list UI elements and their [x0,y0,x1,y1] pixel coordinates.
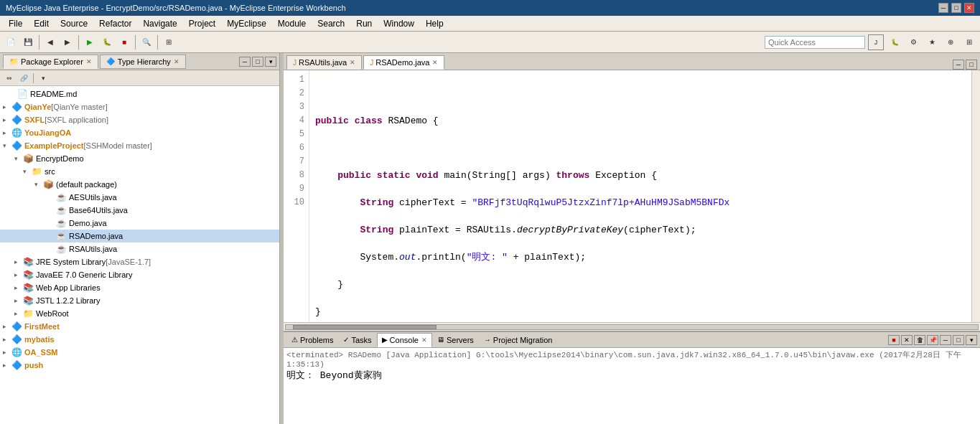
menu-run[interactable]: Run [350,17,378,30]
menu-navigate[interactable]: Navigate [137,17,182,30]
tab-package-explorer[interactable]: 📁 Package Explorer ✕ [3,55,98,69]
tab-type-hierarchy[interactable]: 🔷 Type Hierarchy ✕ [100,55,186,69]
menu-window[interactable]: Window [378,17,420,30]
toolbar-back-btn[interactable]: ◀ [42,34,58,50]
collapse-all-btn[interactable]: ⇔ [3,72,16,85]
console-clear-btn[interactable]: 🗑 [914,335,925,345]
tab-project-migration[interactable]: → Project Migration [479,333,558,347]
maximize-button[interactable]: □ [951,3,961,13]
line-num-1: 1 [289,73,304,87]
console-terminate-btn[interactable]: ✕ [901,335,913,345]
tree-item-src[interactable]: ▾ 📁 src [0,165,279,178]
menu-help[interactable]: Help [420,17,449,30]
tree-item-oassm[interactable]: ▸ 🌐 OA_SSM [0,346,279,359]
tree-item-encryptdemo[interactable]: ▾ 📦 EncryptDemo [0,152,279,165]
tree-item-base64utils[interactable]: ☕ Base64Utils.java [0,204,279,217]
tree-item-readme[interactable]: 📄 README.md [0,88,279,100]
toolbar-icon-1[interactable]: ⚙ [905,34,921,50]
tab-tasks[interactable]: ✓ Tasks [338,333,376,347]
toolbar-fwd-btn[interactable]: ▶ [60,34,75,50]
menu-search[interactable]: Search [312,17,350,30]
package-explorer-tree: 📄 README.md ▸ 🔷 QianYe [QianYe master] ▸… [0,86,279,424]
tree-item-qianye[interactable]: ▸ 🔷 QianYe [QianYe master] [0,100,279,113]
menu-myeclipse[interactable]: MyEclipse [221,17,272,30]
tree-item-rsademo[interactable]: ☕ RSADemo.java [0,230,279,242]
hscroll-track[interactable] [285,324,979,330]
tree-item-jstl[interactable]: ▸ 📚 JSTL 1.2.2 Library [0,294,279,307]
menu-module[interactable]: Module [272,17,312,30]
tree-item-sxfl[interactable]: ▸ 🔷 SXFL [SXFL application] [0,113,279,126]
toolbar-perspective-debug-btn[interactable]: 🐛 [887,34,902,50]
toolbar-icon-4[interactable]: ⊞ [961,34,977,50]
menu-project[interactable]: Project [183,17,221,30]
project-icon: 🔷 [11,115,22,125]
tab-package-explorer-label: Package Explorer [21,57,83,66]
hscroll-thumb[interactable] [293,325,437,329]
tree-item-rsautils[interactable]: ☕ RSAUtils.java [0,242,279,255]
java-file-icon: ☕ [56,231,67,241]
editor-minimize-btn[interactable]: ─ [953,60,964,70]
toolbar-new-btn[interactable]: 📄 [3,34,19,50]
toolbar-icon-3[interactable]: ⊕ [943,34,958,50]
left-panel-maximize-btn[interactable]: □ [252,57,263,67]
tab-rsautils-close[interactable]: ✕ [350,59,355,66]
tree-label: ExampleProject [24,141,84,150]
tree-item-mybatis[interactable]: ▸ 🔷 mybatis [0,333,279,346]
tab-rsautils[interactable]: J RSAUtils.java ✕ [286,55,362,70]
toolbar-save-btn[interactable]: 💾 [20,34,36,50]
tree-item-default-package[interactable]: ▾ 📦 (default package) [0,178,279,191]
toolbar-debug-btn[interactable]: 🐛 [99,34,115,50]
console-maximize-btn[interactable]: □ [953,335,964,345]
toolbar-stop-btn[interactable]: ■ [116,34,132,50]
menu-file[interactable]: File [3,17,28,30]
tab-console-close[interactable]: ✕ [421,336,427,344]
toolbar-open-persp-btn[interactable]: ⊞ [161,34,177,50]
tab-console[interactable]: ▶ Console ✕ [377,333,432,347]
panel-view-menu-btn[interactable]: ▾ [37,72,50,85]
tree-item-javaee[interactable]: ▸ 📚 JavaEE 7.0 Generic Library [0,268,279,281]
window-controls[interactable]: ─ □ ✕ [938,3,974,13]
quick-access-input[interactable] [765,36,865,49]
editor-horizontal-scrollbar[interactable] [284,322,980,331]
tree-item-jre[interactable]: ▸ 📚 JRE System Library [JavaSE-1.7] [0,255,279,268]
console-minimize-btn[interactable]: ─ [940,335,951,345]
console-viewmenu-btn[interactable]: ▾ [966,335,977,345]
code-editor[interactable]: 1 2 3 4 5 6 7 8 9 10 public class RSADem… [284,70,980,322]
console-pin-btn[interactable]: 📌 [927,335,938,345]
toolbar-search-btn[interactable]: 🔍 [139,34,154,50]
tree-item-aesutils[interactable]: ☕ AESUtils.java [0,191,279,204]
package-icon: 📦 [43,179,54,189]
toolbar-perspective-java-btn[interactable]: J [868,34,884,50]
tree-item-youjiang[interactable]: ▸ 🌐 YouJiangOA [0,126,279,139]
menu-refactor[interactable]: Refactor [93,17,137,30]
tab-servers[interactable]: 🖥 Servers [432,333,479,347]
editor-maximize-btn[interactable]: □ [966,60,977,70]
tree-label: WebRoot [36,309,69,318]
tab-type-hierarchy-close[interactable]: ✕ [174,58,179,65]
tasks-icon: ✓ [343,336,349,344]
close-button[interactable]: ✕ [964,3,974,13]
tree-item-demo[interactable]: ☕ Demo.java [0,217,279,230]
tab-problems[interactable]: ⚠ Problems [286,333,338,347]
left-panel-minimize-btn[interactable]: ─ [239,57,251,67]
link-editor-btn[interactable]: 🔗 [17,72,30,85]
tree-item-webapplib[interactable]: ▸ 📚 Web App Libraries [0,281,279,294]
menu-source[interactable]: Source [55,17,93,30]
minimize-button[interactable]: ─ [938,3,948,13]
console-stop-btn[interactable]: ■ [888,335,900,345]
left-panel-viewmenu-btn[interactable]: ▾ [265,57,276,67]
tree-item-webroot[interactable]: ▸ 📁 WebRoot [0,307,279,320]
toolbar-icon-2[interactable]: ★ [924,34,940,50]
tab-problems-label: Problems [300,336,333,344]
tab-package-explorer-close[interactable]: ✕ [86,58,92,65]
code-content[interactable]: public class RSADemo { public static voi… [309,70,971,322]
menu-edit[interactable]: Edit [28,17,55,30]
tree-item-firstmeet[interactable]: ▸ 🔷 FirstMeet [0,320,279,333]
tree-label: QianYe [24,103,51,111]
editor-vertical-scrollbar[interactable] [971,70,980,322]
tab-rsademo-close[interactable]: ✕ [432,59,438,66]
tab-rsademo[interactable]: J RSADemo.java ✕ [363,55,444,70]
tree-item-exampleproject[interactable]: ▾ 🔷 ExampleProject [SSHModel master] [0,139,279,152]
tree-item-push[interactable]: ▸ 🔷 push [0,359,279,372]
toolbar-run-btn[interactable]: ▶ [82,34,98,50]
